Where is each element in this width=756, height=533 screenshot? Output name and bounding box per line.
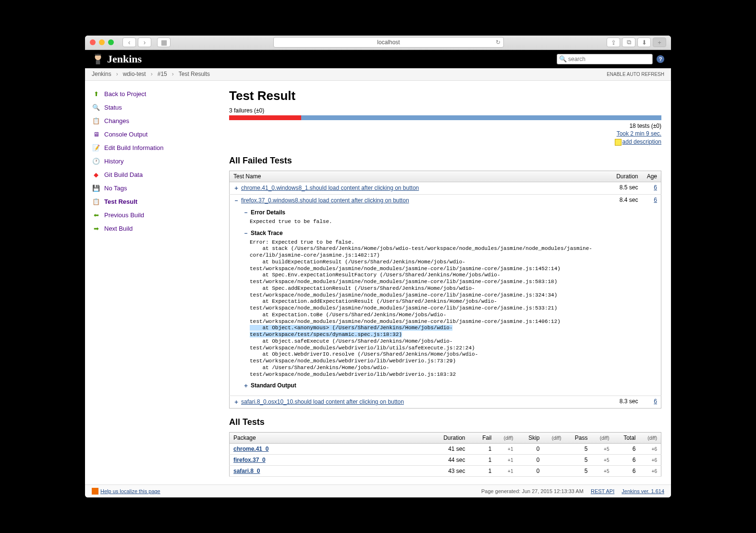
col-test-name: Test Name [230,171,609,182]
jenkins-header: Jenkins 🔍 ? [85,50,671,68]
sidebar-previous-build[interactable]: ⬅Previous Build [92,209,224,222]
age-link[interactable]: 6 [654,398,657,405]
minimize-window-button[interactable] [99,39,105,45]
jenkins-logo[interactable]: Jenkins [92,53,142,65]
zoom-window-button[interactable] [108,39,114,45]
failures-summary: 3 failures (±0) [229,107,661,114]
footer: Help us localize this page Page generate… [85,484,671,497]
search-input[interactable] [568,56,650,62]
breadcrumb-job[interactable]: wdio-test [123,71,146,77]
sidebar-changes[interactable]: 📋Changes [92,114,224,128]
table-row: safari.8_0 43 sec 1+1 0 5+5 6+6 [230,466,661,477]
sidebar-console[interactable]: 🖥Console Output [92,128,224,141]
sidebar-history[interactable]: 🕐History [92,155,224,168]
table-row: chrome.41_0 41 sec 1+1 0 5+5 6+6 [230,444,661,455]
test-link[interactable]: safari.8_0.osx10_10.should load content … [241,398,404,405]
chevron-right-icon: › [172,71,174,77]
search-icon: 🔍 [559,55,567,62]
error-message: Expected true to be false. [250,219,595,225]
add-description-link[interactable]: add description [622,138,661,145]
duration-cell: 8.3 sec [609,396,642,409]
all-tests-table: Package Duration Fail (diff) Skip (diff)… [229,432,661,477]
tabs-button[interactable]: ⧉ [622,37,635,47]
stack-trace: Error: Expected true to be false. at sta… [250,239,595,378]
col-duration: Duration [439,433,469,444]
progress-fail-segment [229,115,301,120]
forward-button[interactable]: › [138,37,151,47]
test-link[interactable]: chrome.41_0.windows8_1.should load conte… [241,185,419,191]
breadcrumb-results[interactable]: Test Results [179,71,210,77]
localize-link[interactable]: Help us localize this page [100,488,160,494]
failed-tests-heading: All Failed Tests [229,156,661,166]
page-title: Test Result [229,88,661,103]
share-button[interactable]: ⇪ [607,37,620,47]
rest-api-link[interactable]: REST API [591,488,614,494]
arrow-up-icon: ⬆ [92,90,100,99]
sidebar-edit-build[interactable]: 📝Edit Build Information [92,141,224,155]
col-diff: (diff) [640,433,661,444]
duration-cell: 8.4 sec [609,194,642,396]
duration-link[interactable]: Took 2 min 9 sec. [617,130,661,137]
col-package: Package [230,433,440,444]
breadcrumb-bar: Jenkins › wdio-test › #15 › Test Results… [85,68,671,81]
col-diff: (diff) [544,433,565,444]
sidebar-back-to-project[interactable]: ⬆Back to Project [92,87,224,101]
col-pass: Pass [565,433,592,444]
url-text: localhost [377,39,400,46]
jenkins-icon [92,53,104,65]
expand-icon[interactable]: ＋ [233,398,239,406]
collapse-icon[interactable]: － [243,229,249,237]
breadcrumb-build[interactable]: #15 [158,71,167,77]
magnifier-icon: 🔍 [92,103,100,112]
col-age: Age [642,171,661,182]
terminal-icon: 🖥 [92,130,100,139]
main-panel: Test Result 3 failures (±0) 18 tests (±0… [224,81,671,485]
sidebar-git-data[interactable]: ◆Git Build Data [92,168,224,182]
col-total: Total [613,433,640,444]
col-duration: Duration [609,171,642,182]
collapse-icon[interactable]: － [233,197,239,205]
svg-rect-2 [95,54,101,55]
brand-text: Jenkins [107,53,142,65]
package-link[interactable]: chrome.41_0 [233,446,268,452]
localize-icon [92,488,98,495]
col-skip: Skip [517,433,544,444]
sidebar-test-result[interactable]: 📋Test Result [92,195,224,209]
expand-icon[interactable]: ＋ [233,184,239,192]
package-link[interactable]: firefox.37_0 [233,457,266,463]
url-bar[interactable]: localhost ↻ [273,37,504,48]
arrow-right-icon: ➡ [92,224,100,233]
reload-icon[interactable]: ↻ [496,39,500,46]
list-icon: 📋 [92,117,100,125]
git-icon: ◆ [92,171,100,179]
new-tab-button[interactable]: + [653,37,666,47]
back-button[interactable]: ‹ [122,37,136,47]
expand-icon[interactable]: ＋ [243,382,249,390]
table-row: ＋safari.8_0.osx10_10.should load content… [230,396,661,409]
col-diff: (diff) [592,433,613,444]
progress-bar [229,115,661,120]
sidebar-no-tags[interactable]: 💾No Tags [92,182,224,195]
close-window-button[interactable] [90,39,96,45]
error-details-heading: Error Details [251,209,285,216]
enable-auto-refresh-link[interactable]: ENABLE AUTO REFRESH [607,72,664,77]
note-icon [615,139,622,146]
breadcrumb-jenkins[interactable]: Jenkins [92,71,111,77]
search-box[interactable]: 🔍 [557,54,653,64]
age-link[interactable]: 6 [654,184,657,191]
tests-count: 18 tests (±0) [229,122,661,130]
package-link[interactable]: safari.8_0 [233,468,260,474]
collapse-icon[interactable]: － [243,209,249,217]
sidebar-status[interactable]: 🔍Status [92,101,224,114]
sidebar-button[interactable]: ▦ [157,37,171,47]
test-link[interactable]: firefox.37_0.windows8.should load conten… [241,197,409,204]
duration-cell: 8.5 sec [609,182,642,194]
age-link[interactable]: 6 [654,197,657,203]
help-icon[interactable]: ? [657,55,664,63]
downloads-button[interactable]: ⬇ [637,37,651,47]
sidebar-next-build[interactable]: ➡Next Build [92,222,224,236]
chevron-right-icon: › [151,71,153,77]
jenkins-version-link[interactable]: Jenkins ver. 1.614 [622,488,664,494]
table-row: ＋chrome.41_0.windows8_1.should load cont… [230,182,661,194]
sidebar: ⬆Back to Project 🔍Status 📋Changes 🖥Conso… [85,81,224,485]
